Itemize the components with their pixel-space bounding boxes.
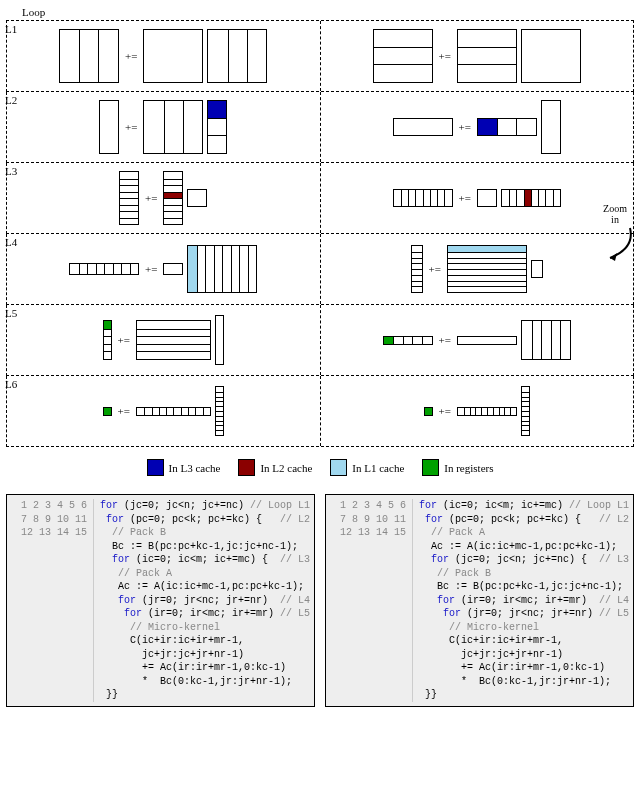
code-b: 1 2 3 4 5 6 7 8 9 10 11 12 13 14 15 for … xyxy=(325,494,634,707)
diagram-grid: L1 += += L2 += xyxy=(6,20,634,447)
code-listings: 1 2 3 4 5 6 7 8 9 10 11 12 13 14 15 for … xyxy=(6,494,634,707)
row-l5: L5 += += xyxy=(6,305,634,376)
row-l3: L3 += += Zoom in xyxy=(6,163,634,234)
l1-swatch xyxy=(330,459,347,476)
l3-swatch xyxy=(147,459,164,476)
row-l2: L2 += += xyxy=(6,92,634,163)
reg-swatch xyxy=(422,459,439,476)
code-b-body: for (ic=0; ic<m; ic+=mc) // Loop L1 for … xyxy=(419,499,629,702)
code-a-body: for (jc=0; jc<n; jc+=nc) // Loop L1 for … xyxy=(100,499,310,702)
l1-left: += xyxy=(7,21,321,91)
l2-swatch xyxy=(238,459,255,476)
plus-eq: += xyxy=(125,50,137,62)
code-a: 1 2 3 4 5 6 7 8 9 10 11 12 13 14 15 for … xyxy=(6,494,315,707)
code-a-linenos: 1 2 3 4 5 6 7 8 9 10 11 12 13 14 15 xyxy=(9,499,94,702)
row-l1: L1 += += xyxy=(6,20,634,92)
l1-right: += xyxy=(321,21,634,91)
code-b-linenos: 1 2 3 4 5 6 7 8 9 10 11 12 13 14 15 xyxy=(328,499,413,702)
row-l4: L4 += += xyxy=(6,234,634,305)
legend: In L3 cache In L2 cache In L1 cache In r… xyxy=(6,459,634,476)
loop-heading: Loop xyxy=(22,6,634,18)
row-l6: L6 += += xyxy=(6,376,634,447)
